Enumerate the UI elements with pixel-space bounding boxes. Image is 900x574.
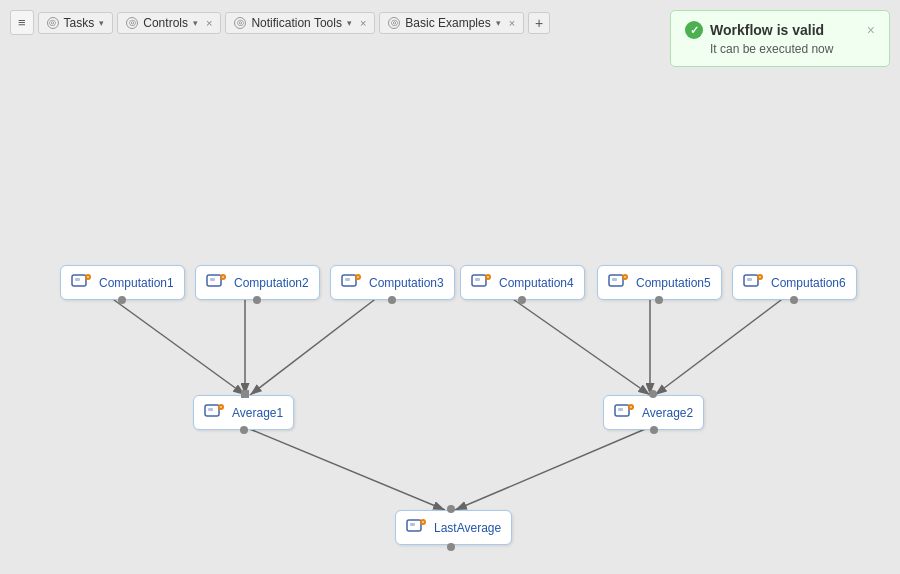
svg-rect-10: [75, 278, 80, 281]
notification-subtitle: It can be executed now: [710, 42, 875, 56]
computation5-icon: [608, 272, 630, 293]
node-average2[interactable]: Average2: [603, 395, 704, 430]
average1-icon: [204, 402, 226, 423]
svg-line-3: [250, 297, 378, 395]
svg-rect-16: [345, 278, 350, 281]
notification-title-row: ✓ Workflow is valid ×: [685, 21, 875, 39]
tab-notification-tools-arrow: ▾: [347, 18, 352, 28]
svg-line-7: [245, 427, 445, 510]
last-average-label: LastAverage: [434, 521, 501, 535]
svg-rect-34: [410, 523, 415, 526]
notification-popup: ✓ Workflow is valid × It can be executed…: [670, 10, 890, 67]
lastavg-bottom-dot: [447, 543, 455, 551]
node-computation5[interactable]: Computation5: [597, 265, 722, 300]
svg-rect-19: [475, 278, 480, 281]
computation3-icon: [341, 272, 363, 293]
svg-rect-28: [208, 408, 213, 411]
computation3-label: Computation3: [369, 276, 444, 290]
tab-notification-tools-label: Notification Tools: [251, 16, 342, 30]
average2-icon: [614, 402, 636, 423]
tab-tasks-arrow: ▾: [99, 18, 104, 28]
add-tab-button[interactable]: +: [528, 12, 550, 34]
node-average1[interactable]: Average1: [193, 395, 294, 430]
workflow-canvas: Computation1 Computation2 Computation3: [0, 45, 900, 574]
computation6-label: Computation6: [771, 276, 846, 290]
menu-button[interactable]: ≡: [10, 10, 34, 35]
computation6-icon: [743, 272, 765, 293]
tab-basic-examples-close[interactable]: ×: [509, 17, 515, 29]
computation1-label: Computation1: [99, 276, 174, 290]
tab-notification-tools[interactable]: ◎ Notification Tools ▾ ×: [225, 12, 375, 34]
notification-check-icon: ✓: [685, 21, 703, 39]
tab-tasks-label: Tasks: [64, 16, 95, 30]
tab-notification-tools-icon: ◎: [234, 17, 246, 29]
node-last-average[interactable]: LastAverage: [395, 510, 512, 545]
computation5-label: Computation5: [636, 276, 711, 290]
node-computation1[interactable]: Computation1: [60, 265, 185, 300]
tab-controls[interactable]: ◎ Controls ▾ ×: [117, 12, 221, 34]
computation4-label: Computation4: [499, 276, 574, 290]
notification-title-text: Workflow is valid: [710, 22, 824, 38]
avg1-top-dot: [241, 390, 249, 398]
average2-label: Average2: [642, 406, 693, 420]
node-computation4[interactable]: Computation4: [460, 265, 585, 300]
node-computation2[interactable]: Computation2: [195, 265, 320, 300]
svg-rect-31: [618, 408, 623, 411]
tab-tasks-icon: ◎: [47, 17, 59, 29]
svg-rect-13: [210, 278, 215, 281]
svg-line-1: [110, 297, 245, 395]
tab-controls-label: Controls: [143, 16, 188, 30]
tab-basic-examples[interactable]: ◎ Basic Examples ▾ ×: [379, 12, 524, 34]
tab-basic-examples-arrow: ▾: [496, 18, 501, 28]
node-computation3[interactable]: Computation3: [330, 265, 455, 300]
svg-rect-22: [612, 278, 617, 281]
avg2-top-dot: [649, 390, 657, 398]
tab-tasks[interactable]: ◎ Tasks ▾: [38, 12, 114, 34]
tab-basic-examples-icon: ◎: [388, 17, 400, 29]
tab-controls-close[interactable]: ×: [206, 17, 212, 29]
svg-line-4: [510, 297, 650, 395]
computation2-label: Computation2: [234, 276, 309, 290]
notification-close-button[interactable]: ×: [867, 22, 875, 38]
computation2-icon: [206, 272, 228, 293]
svg-line-8: [455, 427, 650, 510]
computation1-icon: [71, 272, 93, 293]
tab-controls-icon: ◎: [126, 17, 138, 29]
node-computation6[interactable]: Computation6: [732, 265, 857, 300]
last-average-icon: [406, 517, 428, 538]
lastavg-top-dot: [447, 505, 455, 513]
arrows-layer: [0, 45, 900, 574]
average1-label: Average1: [232, 406, 283, 420]
svg-rect-25: [747, 278, 752, 281]
svg-line-6: [655, 297, 785, 395]
tab-notification-tools-close[interactable]: ×: [360, 17, 366, 29]
tab-controls-arrow: ▾: [193, 18, 198, 28]
computation4-icon: [471, 272, 493, 293]
tab-basic-examples-label: Basic Examples: [405, 16, 490, 30]
